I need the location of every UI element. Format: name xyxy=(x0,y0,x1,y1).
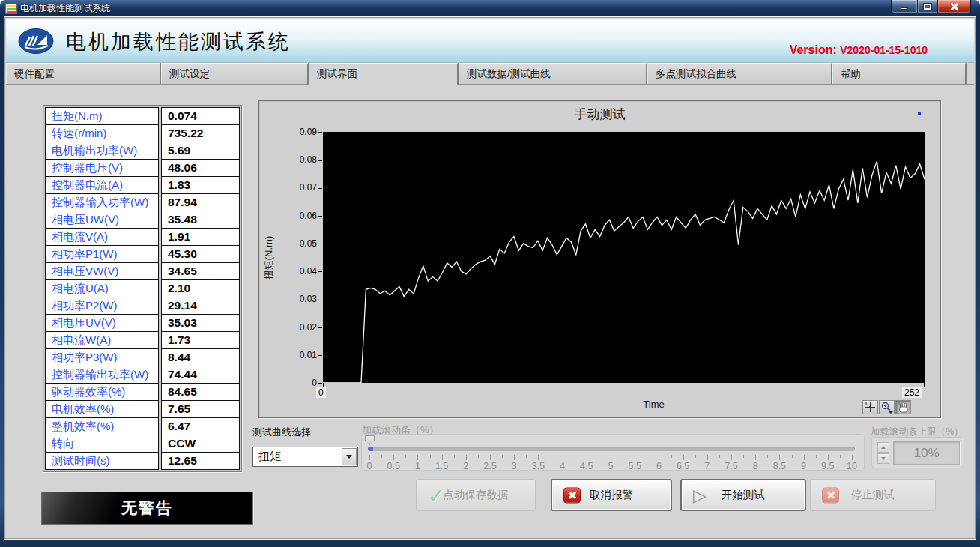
metric-label: 相电压UV(V) xyxy=(45,314,159,332)
slider-tick-label: 4 xyxy=(560,461,565,471)
slider-tick xyxy=(755,455,756,460)
cancel-alarm-button[interactable]: 取消报警 xyxy=(551,479,672,511)
x-tick-mark xyxy=(323,383,324,387)
slider-tick-label: 1.5 xyxy=(435,461,448,471)
metric-value: 34.65 xyxy=(161,262,240,280)
metric-value: 2.10 xyxy=(161,279,240,297)
metric-value: 87.94 xyxy=(161,193,240,211)
load-slider[interactable]: 00.511.522.533.544.555.566.577.588.599.5… xyxy=(361,434,865,471)
slider-tick xyxy=(707,455,708,460)
slider-tick xyxy=(779,455,780,460)
jog-save-button[interactable]: 点动保存数据 xyxy=(416,479,536,511)
stop-test-button[interactable]: 停止测试 xyxy=(810,479,936,511)
metric-value: CCW xyxy=(161,435,240,453)
slider-tick xyxy=(659,455,659,460)
x-axis-min-label: 0 xyxy=(316,387,326,398)
metric-value: 6.47 xyxy=(161,417,240,435)
table-row: 电机输出功率(W)5.69 xyxy=(45,142,240,160)
metric-value: 8.44 xyxy=(161,348,240,366)
slider-tick xyxy=(852,455,853,460)
y-tick-label: 0.06 xyxy=(259,210,322,222)
slider-tick-label: 0 xyxy=(367,461,372,471)
window-title: 电机加载性能测试系统 xyxy=(20,2,110,15)
slider-tick xyxy=(816,455,817,458)
slider-tick-labels: 00.511.522.533.544.555.566.577.588.599.5… xyxy=(369,461,852,471)
decrement-button[interactable] xyxy=(877,453,889,464)
slider-tick-label: 5 xyxy=(608,461,614,471)
slider-tick-label: 7.5 xyxy=(725,461,737,471)
slider-tick xyxy=(743,455,744,458)
start-test-button[interactable]: 开始测试 xyxy=(680,479,806,511)
y-tick-label: 0.07 xyxy=(259,181,322,193)
metric-label: 转向 xyxy=(45,435,159,453)
minimize-button[interactable] xyxy=(891,0,918,13)
table-row: 相电流U(A)2.10 xyxy=(45,279,240,297)
load-limit-control: 10% xyxy=(871,437,964,468)
table-row: 相功率P1(W)45.30 xyxy=(45,245,240,263)
metric-label: 相功率P3(W) xyxy=(45,348,159,366)
metric-value: 5.69 xyxy=(161,142,240,160)
table-row: 转速(r/min)735.22 xyxy=(45,124,240,142)
slider-tick xyxy=(731,455,732,460)
app-window: 电机加载性能测试系统 电机加载性能测试系统 Version: V2020-01-… xyxy=(0,0,980,547)
y-tick-label: 0.01 xyxy=(259,349,322,361)
tab-2[interactable]: 测试设定 xyxy=(161,63,309,84)
slider-tick-label: 3.5 xyxy=(532,461,545,471)
close-button[interactable] xyxy=(938,0,971,13)
slider-tick xyxy=(454,455,455,458)
metric-label: 相功率P2(W) xyxy=(45,297,159,315)
slider-tick-label: 4.5 xyxy=(580,461,593,471)
tab-4[interactable]: 测试数据/测试曲线 xyxy=(459,63,647,84)
slider-track[interactable] xyxy=(368,447,855,451)
button-label: 取消报警 xyxy=(590,488,633,502)
slider-tick xyxy=(828,455,829,460)
slider-tick xyxy=(671,455,672,458)
arrow-up-icon xyxy=(881,446,886,449)
table-row: 驱动器效率(%)84.65 xyxy=(45,383,240,401)
led-dot xyxy=(898,402,900,405)
curve-select-value: 扭矩 xyxy=(253,450,342,464)
cursor-tool-button[interactable] xyxy=(862,400,878,414)
y-tick-label: 0.08 xyxy=(259,154,322,166)
dropdown-arrow-button[interactable] xyxy=(342,448,357,465)
title-bar[interactable]: 电机加载性能测试系统 xyxy=(0,0,980,16)
y-axis-ticks: 0.090.080.070.060.050.040.030.020.010 xyxy=(259,132,322,383)
tab-divider xyxy=(6,84,974,85)
slider-tick xyxy=(381,455,382,458)
waveform-plot[interactable] xyxy=(323,132,925,383)
y-tick-label: 0.02 xyxy=(259,321,322,333)
magnifier-icon xyxy=(880,401,894,414)
pan-tool-button[interactable] xyxy=(895,400,911,414)
metric-label: 扭矩(N.m) xyxy=(45,107,159,125)
y-tick-label: 0 xyxy=(259,377,322,389)
metric-label: 相功率P1(W) xyxy=(45,245,159,263)
table-row: 相功率P2(W)29.14 xyxy=(45,297,240,315)
client-area: 电机加载性能测试系统 Version: V2020-01-15-1010 硬件配… xyxy=(4,16,976,540)
tab-5[interactable]: 多点测试拟合曲线 xyxy=(647,63,832,84)
slider-tick xyxy=(575,455,575,458)
tab-6[interactable]: 帮助 xyxy=(832,63,967,84)
zoom-tool-button[interactable] xyxy=(879,400,895,414)
metric-value: 12.65 xyxy=(161,452,240,470)
metric-value: 84.65 xyxy=(161,383,240,401)
tab-1[interactable]: 硬件配置 xyxy=(6,63,161,84)
metric-label: 电机输出功率(W) xyxy=(45,142,159,160)
table-row: 相电流W(A)1.73 xyxy=(45,331,240,349)
slider-tick-marks xyxy=(369,455,852,461)
maximize-button[interactable] xyxy=(918,0,938,13)
company-logo-icon xyxy=(18,28,54,55)
table-row: 扭矩(N.m)0.074 xyxy=(45,107,240,125)
tab-3[interactable]: 测试界面 xyxy=(309,63,459,85)
slider-tick-label: 2.5 xyxy=(483,461,496,471)
increment-button[interactable] xyxy=(877,442,889,453)
chart-title: 手动测试 xyxy=(259,106,940,123)
slider-tick-label: 5.5 xyxy=(628,461,641,471)
slider-pointer-handle[interactable] xyxy=(365,435,375,445)
app-header: 电机加载性能测试系统 Version: V2020-01-15-1010 xyxy=(6,19,974,63)
curve-select-dropdown[interactable]: 扭矩 xyxy=(252,447,358,467)
metric-value: 29.14 xyxy=(161,297,240,315)
slider-tick xyxy=(526,455,527,458)
table-row: 相功率P3(W)8.44 xyxy=(45,348,240,366)
button-label: 开始测试 xyxy=(722,488,765,502)
metric-label: 控制器电流(A) xyxy=(45,176,159,194)
